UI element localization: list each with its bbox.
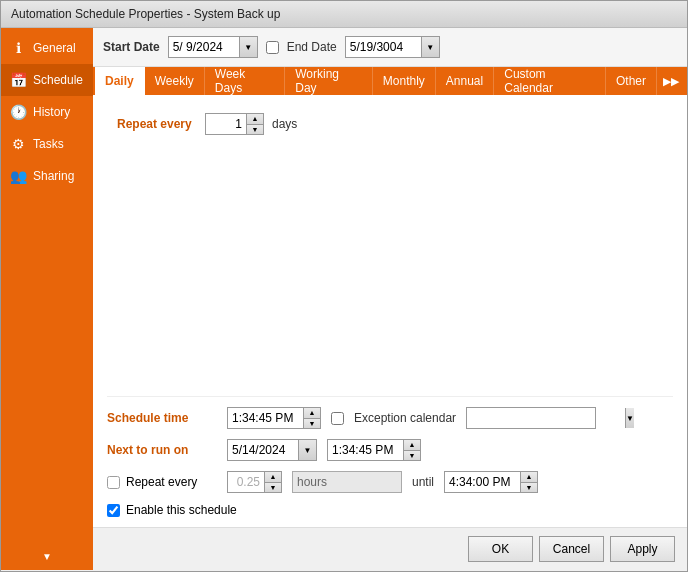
content-area: Start Date ▼ End Date ▼ Daily Weekly Wee…	[93, 28, 687, 570]
next-to-run-date-btn[interactable]: ▼	[298, 440, 316, 460]
sharing-icon: 👥	[9, 167, 27, 185]
enable-label: Enable this schedule	[126, 503, 237, 517]
exception-calendar-dropdown-btn[interactable]: ▼	[625, 408, 634, 428]
end-date-field[interactable]	[346, 38, 421, 56]
repeat-every-bottom-decrement[interactable]: ▼	[265, 483, 281, 493]
repeat-every-label: Repeat every	[117, 117, 197, 131]
next-to-run-date-field[interactable]	[228, 441, 298, 459]
tab-workingday[interactable]: Working Day	[285, 67, 373, 95]
repeat-every-bottom-label: Repeat every	[126, 475, 197, 489]
tabs-bar: Daily Weekly Week Days Working Day Month…	[93, 67, 687, 95]
sidebar-label-general: General	[33, 41, 76, 55]
schedule-time-increment[interactable]: ▲	[304, 408, 320, 419]
window-title: Automation Schedule Properties - System …	[11, 7, 280, 21]
next-to-run-time-spinner: ▲ ▼	[403, 440, 420, 460]
spacer	[107, 153, 673, 386]
next-to-run-time-field[interactable]	[328, 441, 403, 459]
repeat-every-bottom-spinner-btns: ▲ ▼	[264, 472, 281, 492]
tab-daily[interactable]: Daily	[95, 67, 145, 95]
tab-annual[interactable]: Annual	[436, 67, 494, 95]
repeat-every-checkbox-row: Repeat every	[107, 475, 217, 489]
repeat-increment-btn[interactable]: ▲	[247, 114, 263, 125]
schedule-icon: 📅	[9, 71, 27, 89]
history-icon: 🕐	[9, 103, 27, 121]
tab-overflow-btn[interactable]: ▶▶	[657, 75, 685, 88]
schedule-time-spinner: ▲ ▼	[303, 408, 320, 428]
tab-monthly[interactable]: Monthly	[373, 67, 436, 95]
schedule-time-label: Schedule time	[107, 411, 217, 425]
next-to-run-time-input[interactable]: ▲ ▼	[327, 439, 421, 461]
start-date-field[interactable]	[169, 38, 239, 56]
end-date-checkbox[interactable]	[266, 41, 279, 54]
exception-calendar-label: Exception calendar	[354, 411, 456, 425]
sidebar-label-history: History	[33, 105, 70, 119]
ok-button[interactable]: OK	[468, 536, 533, 562]
enable-row: Enable this schedule	[107, 503, 673, 517]
until-label: until	[412, 475, 434, 489]
repeat-every-checkbox[interactable]	[107, 476, 120, 489]
start-date-label: Start Date	[103, 40, 160, 54]
end-date-label: End Date	[287, 40, 337, 54]
until-time-input[interactable]: ▲ ▼	[444, 471, 538, 493]
schedule-time-row: Schedule time ▲ ▼ Exception calendar ▼	[107, 407, 673, 429]
next-to-run-row: Next to run on ▼ ▲ ▼	[107, 439, 673, 461]
schedule-section: Schedule time ▲ ▼ Exception calendar ▼	[107, 396, 673, 517]
repeat-every-bottom-increment[interactable]: ▲	[265, 472, 281, 483]
sidebar-item-schedule[interactable]: 📅 Schedule	[1, 64, 93, 96]
tab-weekly[interactable]: Weekly	[145, 67, 205, 95]
next-to-run-label: Next to run on	[107, 443, 217, 457]
apply-button[interactable]: Apply	[610, 536, 675, 562]
repeat-spinner[interactable]: ▲ ▼	[205, 113, 264, 135]
sidebar-label-sharing: Sharing	[33, 169, 74, 183]
until-time-decrement[interactable]: ▼	[521, 483, 537, 493]
repeat-section: Repeat every ▲ ▼ days	[107, 105, 673, 143]
sidebar-item-general[interactable]: ℹ General	[1, 32, 93, 64]
schedule-time-field[interactable]	[228, 409, 303, 427]
enable-checkbox[interactable]	[107, 504, 120, 517]
repeat-every-bottom-field[interactable]	[228, 473, 264, 491]
daily-panel: Repeat every ▲ ▼ days Schedule time	[93, 95, 687, 527]
title-bar: Automation Schedule Properties - System …	[1, 1, 687, 28]
next-to-run-time-decrement[interactable]: ▼	[404, 451, 420, 461]
repeat-every-bottom-row: Repeat every ▲ ▼ ▼ until	[107, 471, 673, 493]
next-to-run-time-increment[interactable]: ▲	[404, 440, 420, 451]
sidebar-item-sharing[interactable]: 👥 Sharing	[1, 160, 93, 192]
schedule-time-input[interactable]: ▲ ▼	[227, 407, 321, 429]
sidebar: ℹ General 📅 Schedule 🕐 History ⚙ Tasks 👥…	[1, 28, 93, 570]
sidebar-label-tasks: Tasks	[33, 137, 64, 151]
general-icon: ℹ	[9, 39, 27, 57]
until-time-spinner: ▲ ▼	[520, 472, 537, 492]
end-date-input[interactable]: ▼	[345, 36, 440, 58]
repeat-decrement-btn[interactable]: ▼	[247, 125, 263, 135]
until-time-increment[interactable]: ▲	[521, 472, 537, 483]
cancel-button[interactable]: Cancel	[539, 536, 604, 562]
tasks-icon: ⚙	[9, 135, 27, 153]
sidebar-collapse-arrow[interactable]: ▼	[1, 543, 93, 570]
repeat-unit-label: days	[272, 117, 297, 131]
exception-calendar-checkbox[interactable]	[331, 412, 344, 425]
end-date-picker-btn[interactable]: ▼	[421, 37, 439, 57]
tab-custom[interactable]: Custom Calendar	[494, 67, 606, 95]
top-bar: Start Date ▼ End Date ▼	[93, 28, 687, 67]
footer: OK Cancel Apply	[93, 527, 687, 570]
exception-calendar-dropdown[interactable]: ▼	[466, 407, 596, 429]
sidebar-item-history[interactable]: 🕐 History	[1, 96, 93, 128]
repeat-spinner-btns: ▲ ▼	[246, 114, 263, 134]
hours-dropdown[interactable]: ▼	[292, 471, 402, 493]
sidebar-item-tasks[interactable]: ⚙ Tasks	[1, 128, 93, 160]
repeat-every-bottom-spinner[interactable]: ▲ ▼	[227, 471, 282, 493]
tab-other[interactable]: Other	[606, 67, 657, 95]
schedule-time-decrement[interactable]: ▼	[304, 419, 320, 429]
sidebar-label-schedule: Schedule	[33, 73, 83, 87]
next-to-run-date-input[interactable]: ▼	[227, 439, 317, 461]
start-date-picker-btn[interactable]: ▼	[239, 37, 257, 57]
exception-calendar-field[interactable]	[467, 409, 625, 427]
tab-weekdays[interactable]: Week Days	[205, 67, 285, 95]
repeat-value-field[interactable]	[206, 115, 246, 133]
start-date-input[interactable]: ▼	[168, 36, 258, 58]
until-time-field[interactable]	[445, 473, 520, 491]
